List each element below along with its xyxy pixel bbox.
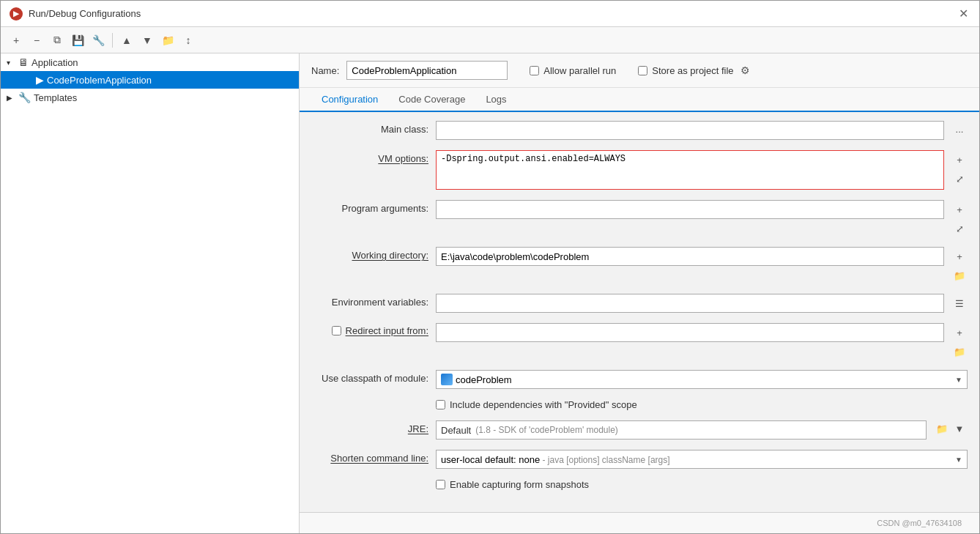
allow-parallel-group: Allow parallel run xyxy=(530,65,616,76)
tab-logs[interactable]: Logs xyxy=(475,88,516,112)
program-args-actions: + ⤢ xyxy=(951,200,968,237)
program-args-expand-button[interactable]: ⤢ xyxy=(951,220,968,237)
app-icon: ▶ xyxy=(10,7,23,21)
name-label: Name: xyxy=(311,65,339,76)
allow-parallel-checkbox[interactable] xyxy=(530,66,539,75)
program-args-label: Program arguments: xyxy=(311,200,428,214)
redirect-add-button[interactable]: + xyxy=(951,325,968,341)
redirect-row: Redirect input from: + 📁 xyxy=(311,323,968,360)
title-bar-left: ▶ Run/Debug Configurations xyxy=(10,7,141,21)
include-deps-label: Include dependencies with "Provided" sco… xyxy=(450,399,637,410)
move-up-button[interactable]: ▲ xyxy=(117,31,136,50)
include-deps-row: Include dependencies with "Provided" sco… xyxy=(436,399,968,410)
classpath-label: Use classpath of module: xyxy=(311,370,428,384)
copy-config-button[interactable]: ⧉ xyxy=(48,31,67,50)
env-vars-actions: ☰ xyxy=(951,294,968,311)
program-args-add-button[interactable]: + xyxy=(951,201,968,218)
store-project-checkbox[interactable] xyxy=(638,66,647,75)
main-class-label: Main class: xyxy=(311,121,428,135)
store-project-label: Store as project file xyxy=(652,65,733,76)
shorten-cmd-row: Shorten command line: user-local default… xyxy=(311,450,968,469)
classpath-row: Use classpath of module: codeProblem ▼ xyxy=(311,370,968,389)
vm-options-input[interactable]: -Dspring.output.ansi.enabled=ALWAYS xyxy=(436,150,944,190)
program-args-input[interactable] xyxy=(436,200,944,219)
main-content: ▾ 🖥 Application ▶ CodeProblemApplication… xyxy=(1,53,979,533)
vm-options-expand-button[interactable]: ⤢ xyxy=(951,171,968,187)
enable-snapshot-checkbox[interactable] xyxy=(436,480,445,489)
classpath-module-icon xyxy=(441,374,453,385)
tree-item-templates[interactable]: ▶ 🔧 Templates xyxy=(1,89,299,106)
redirect-browse-button[interactable]: 📁 xyxy=(951,344,968,360)
working-dir-browse-button[interactable]: 📁 xyxy=(951,267,968,283)
program-args-row: Program arguments: + ⤢ xyxy=(311,200,968,237)
config-form: Main class: ... VM options: -Dspring.out… xyxy=(300,112,979,512)
jre-control: Default (1.8 - SDK of 'codeProblem' modu… xyxy=(436,420,927,440)
include-deps-checkbox[interactable] xyxy=(436,400,445,409)
move-down-button[interactable]: ▼ xyxy=(138,31,157,50)
store-gear-button[interactable]: ⚙ xyxy=(738,63,753,78)
vm-options-add-button[interactable]: + xyxy=(951,152,968,168)
classpath-dropdown[interactable]: codeProblem ▼ xyxy=(436,370,968,389)
shorten-cmd-text: user-local default: none - java [options… xyxy=(441,454,670,465)
env-vars-row: Environment variables: ☰ xyxy=(311,294,968,313)
jre-actions: 📁 ▼ xyxy=(934,420,968,437)
tab-code-coverage[interactable]: Code Coverage xyxy=(388,88,475,112)
jre-detail: (1.8 - SDK of 'codeProblem' module) xyxy=(475,425,618,435)
toolbar-separator xyxy=(112,33,113,48)
env-vars-input[interactable] xyxy=(436,294,944,313)
store-project-group: Store as project file ⚙ xyxy=(638,63,752,78)
close-button[interactable]: ✕ xyxy=(956,7,970,21)
sort-button[interactable]: ↕ xyxy=(179,31,198,50)
templates-arrow: ▶ xyxy=(7,94,15,102)
vm-options-actions: + ⤢ xyxy=(951,150,968,187)
application-icon: 🖥 xyxy=(18,56,29,68)
application-label: Application xyxy=(31,57,78,68)
templates-label: Templates xyxy=(34,92,77,103)
working-dir-input[interactable] xyxy=(436,247,944,266)
tree-item-codeproblem[interactable]: ▶ CodeProblemApplication xyxy=(1,71,299,89)
redirect-label: Redirect input from: xyxy=(346,325,428,336)
save-config-button[interactable]: 💾 xyxy=(68,31,87,50)
shorten-cmd-dropdown[interactable]: user-local default: none - java [options… xyxy=(436,450,968,469)
working-dir-add-button[interactable]: + xyxy=(951,248,968,264)
enable-snapshot-row: Enable capturing form snapshots xyxy=(436,479,968,490)
shorten-cmd-arrow: ▼ xyxy=(955,456,962,464)
left-panel: ▾ 🖥 Application ▶ CodeProblemApplication… xyxy=(1,53,300,533)
enable-snapshot-label: Enable capturing form snapshots xyxy=(450,479,589,490)
redirect-actions: + 📁 xyxy=(951,323,968,360)
main-class-browse-button[interactable]: ... xyxy=(951,121,968,137)
allow-parallel-label: Allow parallel run xyxy=(543,65,616,76)
run-debug-configurations-dialog: ▶ Run/Debug Configurations ✕ + − ⧉ 💾 🔧 ▲… xyxy=(0,0,980,534)
add-config-button[interactable]: + xyxy=(7,31,26,50)
dialog-title: Run/Debug Configurations xyxy=(29,8,141,19)
shorten-cmd-label: Shorten command line: xyxy=(311,450,428,464)
main-class-row: Main class: ... xyxy=(311,121,968,140)
jre-dropdown-button[interactable]: ▼ xyxy=(951,420,968,437)
bottom-bar: CSDN @m0_47634108 xyxy=(300,512,979,533)
settings-button[interactable]: 🔧 xyxy=(89,31,108,50)
tab-configuration[interactable]: Configuration xyxy=(311,88,388,112)
name-input[interactable] xyxy=(346,61,508,80)
watermark: CSDN @m0_47634108 xyxy=(871,516,968,530)
env-vars-label: Environment variables: xyxy=(311,294,428,308)
classpath-value: codeProblem xyxy=(456,374,955,385)
vm-options-label: VM options: xyxy=(311,150,428,164)
name-row: Name: Allow parallel run Store as projec… xyxy=(300,53,979,88)
jre-label: JRE: xyxy=(311,420,428,434)
child-icon: ▶ xyxy=(36,74,44,86)
folder-button[interactable]: 📁 xyxy=(158,31,177,50)
classpath-arrow: ▼ xyxy=(955,376,962,384)
env-vars-edit-button[interactable]: ☰ xyxy=(951,295,968,311)
tree-item-application[interactable]: ▾ 🖥 Application xyxy=(1,53,299,71)
remove-config-button[interactable]: − xyxy=(27,31,46,50)
redirect-input[interactable] xyxy=(441,327,939,338)
toolbar: + − ⧉ 💾 🔧 ▲ ▼ 📁 ↕ xyxy=(1,27,979,53)
main-class-input[interactable] xyxy=(436,121,944,140)
templates-icon: 🔧 xyxy=(18,92,31,103)
redirect-checkbox[interactable] xyxy=(332,326,341,335)
title-bar: ▶ Run/Debug Configurations ✕ xyxy=(1,1,979,27)
working-dir-label: Working directory: xyxy=(311,247,428,261)
redirect-input-container xyxy=(436,323,944,342)
jre-browse-button[interactable]: 📁 xyxy=(934,420,950,437)
jre-row: JRE: Default (1.8 - SDK of 'codeProblem'… xyxy=(311,420,968,440)
